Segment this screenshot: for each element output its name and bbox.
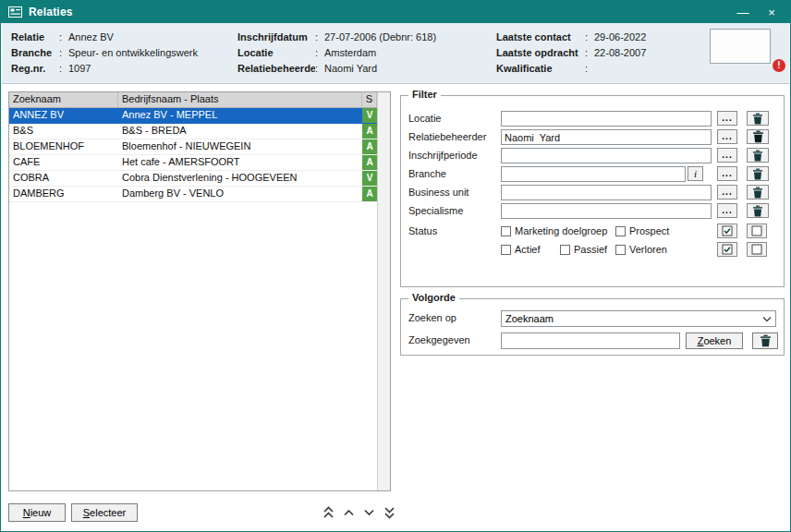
filter-label-branche: Branche bbox=[408, 168, 446, 179]
inschrijfperiode-lookup-button[interactable]: ... bbox=[717, 148, 737, 163]
colon: : bbox=[59, 31, 68, 42]
inschrijfperiode-clear-button[interactable] bbox=[747, 148, 769, 163]
list-row[interactable]: BLOEMENHOF Bloemenhof - NIEUWEGEIN A bbox=[9, 139, 390, 155]
list-row[interactable]: CAFE Het cafe - AMERSFOORT A bbox=[9, 155, 390, 171]
next-record-button[interactable] bbox=[361, 505, 377, 519]
trash-icon bbox=[752, 150, 763, 162]
field-label: Laatste contact bbox=[496, 31, 585, 42]
relatiebeheerder-clear-button[interactable] bbox=[747, 129, 769, 144]
list-header[interactable]: Zoeknaam Bedrijfsnaam - Plaats S bbox=[9, 92, 390, 108]
field-value: 27-07-2006 (Debnr: 618) bbox=[324, 31, 436, 42]
colon: : bbox=[315, 31, 324, 42]
status-row-2: Actief Passief Verloren bbox=[401, 242, 784, 259]
status-uncheck-all-button[interactable] bbox=[747, 224, 767, 238]
business-unit-clear-button[interactable] bbox=[747, 185, 769, 200]
field-relatie: Relatie : Annez BV bbox=[11, 29, 198, 44]
branche-filter-input[interactable] bbox=[501, 166, 686, 182]
list-row[interactable]: ANNEZ BV Annez BV - MEPPEL V bbox=[9, 108, 390, 124]
record-summary: Relatie : Annez BV Branche : Speur- en o… bbox=[2, 23, 789, 84]
locatie-clear-button[interactable] bbox=[747, 111, 769, 126]
filter-label-business-unit: Business unit bbox=[408, 187, 469, 198]
actief-checkbox[interactable] bbox=[501, 245, 511, 255]
summary-column-2: Inschrijfdatum : 27-07-2006 (Debnr: 618)… bbox=[237, 29, 436, 76]
passief-checkbox[interactable] bbox=[560, 245, 570, 255]
branche-clear-button[interactable] bbox=[747, 166, 769, 181]
list-row[interactable]: B&S B&S - BREDA A bbox=[9, 124, 390, 139]
summary-column-1: Relatie : Annez BV Branche : Speur- en o… bbox=[11, 29, 198, 76]
double-chevron-down-icon bbox=[383, 506, 396, 519]
list-row[interactable]: DAMBERG Damberg BV - VENLO A bbox=[9, 187, 390, 202]
status-badge: V bbox=[362, 171, 377, 186]
filter-row-business-unit: Business unit ... bbox=[401, 185, 784, 201]
zoekgegeven-input[interactable] bbox=[501, 332, 680, 349]
prospect-checkbox[interactable] bbox=[615, 226, 626, 236]
zoeken-button[interactable]: Zoeken bbox=[686, 332, 743, 349]
filter-row-relatiebeheerder: Relatiebeheerder ... bbox=[401, 129, 784, 146]
filter-legend: Filter bbox=[408, 89, 441, 100]
last-record-button[interactable] bbox=[382, 505, 397, 519]
column-header-zoeknaam[interactable]: Zoeknaam bbox=[9, 92, 118, 107]
volgorde-group: Volgorde Zoeken op Zoeknaam Zoekgegeven … bbox=[400, 298, 785, 356]
specialisme-lookup-button[interactable]: ... bbox=[717, 203, 737, 218]
selecteer-button[interactable]: Selecteer bbox=[71, 503, 138, 522]
list-scrollbar[interactable] bbox=[377, 92, 390, 490]
status-row-1: Status Marketing doelgroep Prospect bbox=[401, 224, 784, 240]
branche-lookup-button[interactable]: ... bbox=[717, 166, 737, 181]
column-header-status[interactable]: S bbox=[362, 92, 377, 107]
status-check-all-button-2[interactable] bbox=[717, 242, 737, 257]
business-unit-filter-input[interactable] bbox=[501, 185, 712, 200]
locatie-lookup-button[interactable]: ... bbox=[717, 111, 737, 126]
zoekgegeven-label: Zoekgegeven bbox=[408, 334, 470, 345]
filter-row-specialisme: Specialisme ... bbox=[401, 203, 784, 220]
specialisme-filter-input[interactable] bbox=[501, 203, 712, 219]
zoek-clear-button[interactable] bbox=[752, 332, 778, 349]
specialisme-clear-button[interactable] bbox=[747, 203, 769, 218]
filter-group: Filter Locatie ... Relatiebeheerder ... … bbox=[400, 95, 785, 287]
cell-bedrijfsnaam: Bloemenhof - NIEUWEGEIN bbox=[118, 139, 362, 154]
field-label: Branche bbox=[11, 47, 59, 58]
previous-record-button[interactable] bbox=[341, 505, 357, 519]
trash-icon bbox=[752, 130, 764, 143]
field-label: Relatiebeheerder bbox=[237, 63, 315, 74]
relatiebeheerder-lookup-button[interactable]: ... bbox=[717, 129, 737, 144]
filter-row-branche: Branche i ... bbox=[401, 166, 784, 183]
alert-icon[interactable]: ! bbox=[773, 59, 785, 72]
first-record-button[interactable] bbox=[321, 505, 336, 519]
locatie-filter-input[interactable] bbox=[501, 111, 712, 127]
chevron-up-icon bbox=[342, 506, 356, 519]
field-label: Relatie bbox=[11, 31, 59, 42]
zoekgegeven-row: Zoekgegeven Zoeken bbox=[401, 332, 784, 349]
cell-zoeknaam: DAMBERG bbox=[9, 187, 118, 201]
relatiebeheerder-filter-input[interactable] bbox=[501, 129, 712, 145]
list-row[interactable]: COBRA Cobra Dienstverlening - HOOGEVEEN … bbox=[9, 171, 390, 187]
cell-zoeknaam: B&S bbox=[9, 124, 118, 139]
field-regnr: Reg.nr. : 1097 bbox=[11, 60, 198, 76]
relaties-window: Relaties — × Relatie : Annez BV Branche … bbox=[0, 0, 791, 532]
zoeken-op-select[interactable]: Zoeknaam bbox=[501, 310, 776, 327]
filter-row-inschrijfperiode: Inschrijfperiode ... bbox=[401, 148, 784, 164]
status-check-all-button[interactable] bbox=[717, 224, 737, 238]
cell-bedrijfsnaam: B&S - BREDA bbox=[118, 124, 362, 139]
summary-column-3: Laatste contact : 29-06-2022 Laatste opd… bbox=[496, 29, 646, 76]
verloren-label: Verloren bbox=[629, 244, 667, 255]
titlebar[interactable]: Relaties — × bbox=[1, 1, 790, 23]
marketing-doelgroep-checkbox[interactable] bbox=[501, 226, 511, 236]
minimize-button[interactable]: — bbox=[732, 6, 754, 19]
field-kwalificatie: Kwalificatie : bbox=[496, 60, 646, 76]
verloren-checkbox[interactable] bbox=[615, 245, 626, 255]
trash-icon bbox=[760, 334, 772, 347]
filter-label-locatie: Locatie bbox=[408, 113, 441, 124]
double-chevron-up-icon bbox=[322, 506, 335, 519]
branche-info-button[interactable]: i bbox=[688, 166, 703, 181]
window-title: Relaties bbox=[29, 6, 725, 18]
column-header-bedrijfsnaam[interactable]: Bedrijfsnaam - Plaats bbox=[118, 92, 362, 107]
close-button[interactable]: × bbox=[761, 6, 783, 19]
inschrijfperiode-filter-input[interactable] bbox=[501, 148, 712, 163]
nieuw-button[interactable]: Nieuw bbox=[8, 503, 66, 522]
field-locatie: Locatie : Amsterdam bbox=[237, 44, 436, 60]
business-unit-lookup-button[interactable]: ... bbox=[717, 185, 737, 200]
status-uncheck-all-button-2[interactable] bbox=[747, 242, 767, 257]
field-value: Naomi Yard bbox=[324, 63, 377, 74]
colon: : bbox=[59, 63, 68, 74]
checked-box-icon bbox=[722, 244, 733, 255]
